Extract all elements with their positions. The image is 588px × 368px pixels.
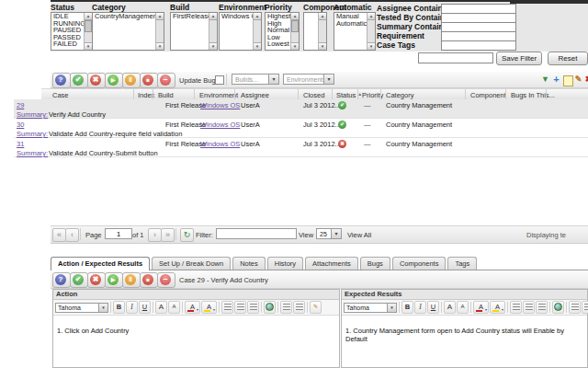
highlight-color-button[interactable]: A▾ (201, 301, 217, 314)
expected-editor-content[interactable]: 1. Country Management form open to Add C… (342, 316, 587, 343)
mark-running-button[interactable]: ▶ (105, 272, 123, 288)
clone-note-icon[interactable] (563, 75, 573, 86)
page-number-input[interactable] (105, 228, 132, 239)
ordered-list-button[interactable] (569, 301, 581, 314)
view-all-button[interactable]: View All (347, 231, 371, 239)
refresh-icon[interactable]: ↻ (180, 228, 194, 242)
last-page-button[interactable]: » (161, 228, 175, 242)
reset-button[interactable]: Reset (548, 52, 588, 65)
underline-button[interactable]: U (427, 301, 439, 314)
build-listbox[interactable]: FirstRelease ▴▾ (170, 12, 218, 51)
shrink-font-button[interactable]: A (168, 301, 180, 314)
column-header-case[interactable]: Case (52, 91, 69, 99)
mark-paused-button[interactable]: ‖ (122, 272, 141, 288)
bullet-list-button[interactable] (293, 301, 305, 314)
tab-components[interactable]: Components (392, 257, 447, 270)
mark-failed-button[interactable]: ✖ (87, 73, 106, 88)
scroll-down-icon[interactable]: ▾ (85, 42, 92, 50)
align-left-button[interactable] (221, 301, 233, 314)
chevron-down-icon[interactable]: ▾ (268, 75, 278, 84)
tab-attachments[interactable]: Attachments (305, 257, 358, 270)
insert-link-button[interactable] (264, 301, 276, 314)
mark-failed-button[interactable]: ✖ (87, 272, 106, 288)
table-row[interactable]: 31 First Release Windows OS UserA Jul 3 … (14, 138, 588, 157)
environment-link[interactable]: Windows OS (200, 101, 240, 109)
scrollbar[interactable]: ▴▾ (84, 13, 92, 50)
bullet-list-button[interactable] (582, 301, 588, 314)
grid-filter-input[interactable] (216, 228, 297, 239)
scroll-down-icon[interactable]: ▾ (291, 42, 299, 50)
environment-link[interactable]: Windows OS (200, 121, 240, 129)
priority-listbox[interactable]: Highest High Normal Low Lowest ▴▾ (265, 12, 300, 51)
delete-icon[interactable]: ✖ (583, 75, 588, 85)
column-header-component[interactable]: Component (470, 91, 506, 99)
mark-blocked-button[interactable]: – (157, 73, 175, 88)
chevron-down-icon[interactable]: ▾ (387, 304, 396, 312)
environment-listbox[interactable]: Windows OS ▴▾ (219, 12, 262, 51)
builds-combo[interactable]: Builds...▾ (232, 74, 279, 85)
table-row[interactable]: 30 First Release Windows OS UserA Jul 3 … (14, 119, 588, 138)
environments-combo[interactable]: Environments▾ (283, 74, 334, 85)
case-id-link[interactable]: 30 (17, 121, 24, 129)
scroll-down-icon[interactable]: ▾ (156, 42, 164, 50)
font-color-button[interactable]: A▾ (185, 301, 200, 314)
mark-stopped-button[interactable]: ■ (140, 272, 158, 288)
grow-font-button[interactable]: A (155, 301, 167, 314)
case-tags-input[interactable] (441, 40, 516, 51)
tab-action-expected-results[interactable]: Action / Expected Results (51, 257, 150, 270)
font-color-button[interactable]: A▾ (473, 301, 489, 314)
help-button[interactable]: ? (52, 272, 71, 288)
table-row[interactable]: 29 First Release Windows OS UserA Jul 3 … (14, 99, 588, 119)
align-right-button[interactable] (536, 301, 548, 314)
update-bugs-checkbox[interactable] (215, 75, 224, 85)
scrollbar-thumb[interactable] (85, 20, 92, 32)
bold-button[interactable]: B (113, 301, 125, 314)
chevron-down-icon[interactable]: ▾ (323, 75, 334, 84)
action-editor-content[interactable]: 1. Click on Add Country (53, 316, 339, 335)
tab-setup-breakdown[interactable]: Set Up / Break Down (152, 257, 231, 270)
chevron-down-icon[interactable]: ▾ (98, 304, 107, 312)
scrollbar[interactable]: ▴▾ (155, 13, 164, 50)
add-case-icon[interactable]: + (551, 75, 561, 85)
scroll-up-icon[interactable]: ▴ (209, 13, 217, 20)
filter-name-input[interactable] (418, 52, 493, 63)
export-download-icon[interactable]: ▼ (540, 75, 550, 85)
scrollbar[interactable]: ▴▾ (253, 13, 261, 50)
scroll-up-icon[interactable]: ▴ (85, 13, 92, 20)
scroll-down-icon[interactable]: ▾ (209, 42, 217, 50)
scroll-down-icon[interactable]: ▾ (254, 42, 261, 50)
mark-running-button[interactable]: ▶ (105, 73, 123, 88)
scroll-down-icon[interactable]: ▾ (319, 42, 326, 50)
column-header-status[interactable]: Status ▲ (336, 91, 362, 99)
tab-history[interactable]: History (267, 257, 303, 270)
category-listbox[interactable]: CountryManagement ▴▾ (92, 12, 164, 51)
source-edit-button[interactable]: ✎ (310, 301, 322, 314)
scroll-up-icon[interactable]: ▴ (254, 13, 261, 20)
column-header-assignee[interactable]: Assignee (241, 91, 269, 99)
column-header-closed[interactable]: Closed (303, 91, 324, 99)
summary-link[interactable]: Summary: (17, 149, 48, 157)
italic-button[interactable]: I (126, 301, 138, 314)
mark-passed-button[interactable]: ✔ (70, 272, 88, 288)
case-id-link[interactable]: 29 (17, 101, 24, 109)
mark-stopped-button[interactable]: ■ (140, 73, 158, 88)
scrollbar-thumb[interactable] (291, 20, 299, 32)
highlight-color-button[interactable]: A▾ (490, 301, 505, 314)
scrollbar[interactable]: ▴▾ (367, 13, 375, 50)
insert-link-button[interactable] (552, 301, 564, 314)
underline-button[interactable]: U (139, 301, 151, 314)
edit-pencil-icon[interactable]: ✎ (573, 75, 583, 85)
scrollbar[interactable]: ▴▾ (318, 13, 326, 50)
shrink-font-button[interactable]: A (457, 301, 469, 314)
summary-link[interactable]: Summary: (17, 110, 48, 119)
first-page-button[interactable]: « (52, 228, 66, 242)
column-header-build[interactable]: Build (158, 91, 174, 99)
automatic-listbox[interactable]: Manual Automatic ▴▾ (334, 12, 376, 51)
align-right-button[interactable] (247, 301, 259, 314)
scroll-down-icon[interactable]: ▾ (368, 42, 375, 50)
font-family-select[interactable]: Tahoma▾ (55, 303, 108, 313)
column-header-category[interactable]: Category (386, 91, 413, 99)
listbox-option[interactable]: CountryManagement (93, 13, 164, 20)
mark-passed-button[interactable]: ✔ (70, 73, 88, 88)
mark-paused-button[interactable]: ‖ (122, 73, 141, 88)
